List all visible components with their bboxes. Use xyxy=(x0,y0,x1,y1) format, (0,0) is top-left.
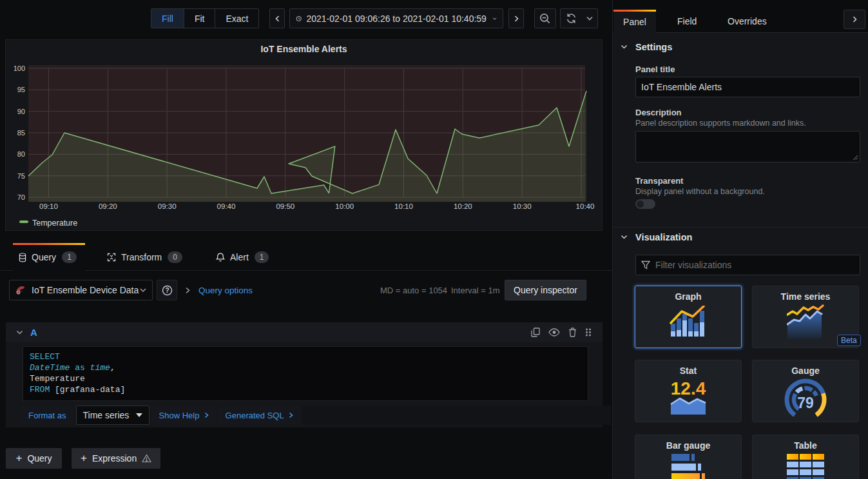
svg-text:80: 80 xyxy=(17,150,25,158)
svg-text:100: 100 xyxy=(14,64,25,72)
svg-text:09:40: 09:40 xyxy=(217,202,236,210)
svg-text:09:10: 09:10 xyxy=(39,202,58,210)
svg-text:90: 90 xyxy=(17,108,25,115)
svg-text:10:40: 10:40 xyxy=(576,202,595,210)
svg-text:10:20: 10:20 xyxy=(454,202,472,210)
svg-text:09:50: 09:50 xyxy=(276,202,294,210)
svg-text:09:20: 09:20 xyxy=(99,202,117,210)
svg-text:10:10: 10:10 xyxy=(394,202,413,210)
svg-text:75: 75 xyxy=(17,172,25,180)
svg-text:10:30: 10:30 xyxy=(513,202,532,210)
svg-text:12.4: 12.4 xyxy=(671,378,706,398)
svg-text:70: 70 xyxy=(17,193,25,201)
svg-text:10:00: 10:00 xyxy=(335,202,354,210)
svg-text:09:30: 09:30 xyxy=(158,202,177,210)
svg-text:79: 79 xyxy=(797,395,814,411)
svg-text:85: 85 xyxy=(17,129,25,137)
svg-text:Temperature: Temperature xyxy=(32,219,77,228)
svg-text:95: 95 xyxy=(17,86,25,93)
